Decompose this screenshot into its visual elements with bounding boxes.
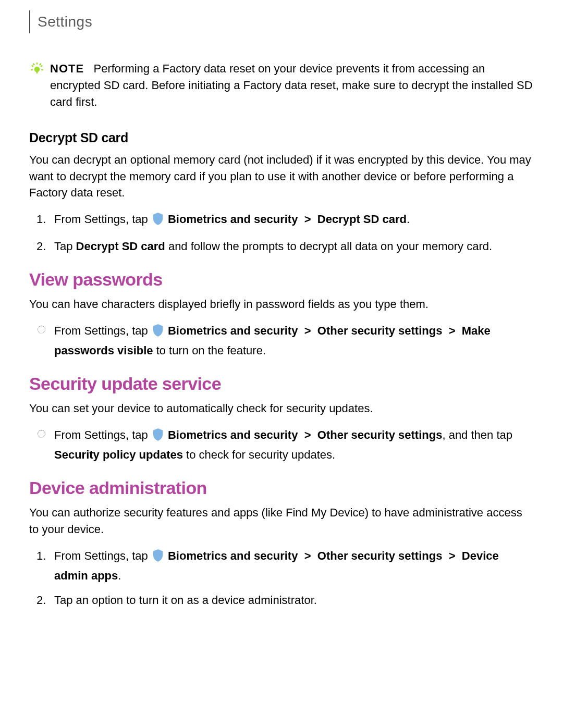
note-body: Performing a Factory data reset on your … bbox=[50, 62, 533, 108]
view-passwords-intro: You can have characters displayed briefl… bbox=[29, 296, 534, 313]
shield-icon bbox=[152, 428, 164, 446]
note-label: NOTE bbox=[50, 62, 84, 75]
lightbulb-icon bbox=[29, 60, 50, 77]
svg-line-7 bbox=[40, 64, 41, 65]
shield-icon bbox=[152, 324, 164, 342]
svg-line-2 bbox=[32, 66, 33, 67]
device-admin-intro: You can authorize security features and … bbox=[29, 504, 534, 538]
security-update-intro: You can set your device to automatically… bbox=[29, 400, 534, 417]
view-passwords-steps: From Settings, tap Biometrics and securi… bbox=[29, 322, 534, 359]
view-passwords-step: From Settings, tap Biometrics and securi… bbox=[54, 322, 534, 359]
heading-device-admin: Device administration bbox=[29, 478, 534, 498]
heading-security-update: Security update service bbox=[29, 374, 534, 394]
heading-view-passwords: View passwords bbox=[29, 269, 534, 290]
device-admin-step-1: From Settings, tap Biometrics and securi… bbox=[54, 547, 534, 584]
device-admin-step-2: Tap an option to turn it on as a device … bbox=[54, 591, 534, 609]
decrypt-intro: You can decrypt an optional memory card … bbox=[29, 152, 534, 202]
decrypt-step-2: Tap Decrypt SD card and follow the promp… bbox=[54, 238, 534, 255]
note-text: NOTE Performing a Factory data reset on … bbox=[50, 60, 534, 110]
device-admin-steps: From Settings, tap Biometrics and securi… bbox=[29, 547, 534, 609]
heading-decrypt-sd: Decrypt SD card bbox=[29, 130, 534, 145]
header-title: Settings bbox=[38, 14, 534, 30]
shield-icon bbox=[152, 212, 164, 230]
svg-line-4 bbox=[31, 70, 33, 70]
security-update-steps: From Settings, tap Biometrics and securi… bbox=[29, 426, 534, 463]
svg-line-6 bbox=[33, 64, 35, 65]
svg-line-3 bbox=[41, 66, 42, 67]
security-update-step: From Settings, tap Biometrics and securi… bbox=[54, 426, 534, 463]
page-header: Settings bbox=[29, 10, 534, 33]
svg-line-5 bbox=[41, 70, 43, 70]
shield-icon bbox=[152, 549, 164, 567]
note-block: NOTE Performing a Factory data reset on … bbox=[29, 60, 534, 110]
decrypt-steps: From Settings, tap Biometrics and securi… bbox=[29, 211, 534, 255]
decrypt-step-1: From Settings, tap Biometrics and securi… bbox=[54, 211, 534, 230]
